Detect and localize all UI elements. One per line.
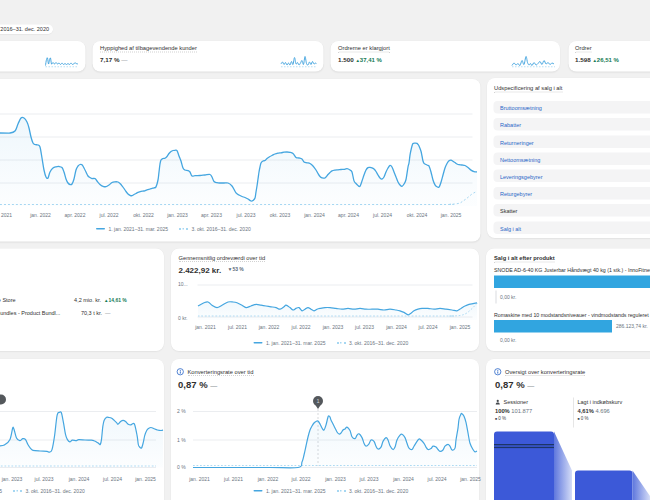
svg-text:1: 1 (316, 398, 319, 404)
